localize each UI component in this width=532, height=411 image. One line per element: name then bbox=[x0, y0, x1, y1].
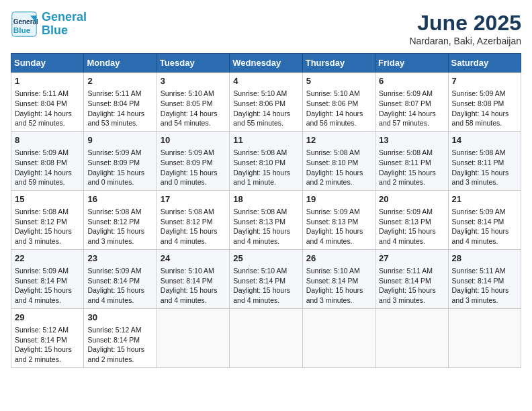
day-number: 23 bbox=[87, 253, 152, 265]
day-cell bbox=[230, 308, 302, 367]
day-number: 20 bbox=[379, 193, 444, 205]
week-row-2: 8Sunrise: 5:09 AMSunset: 8:08 PMDaylight… bbox=[11, 131, 521, 190]
week-row-3: 15Sunrise: 5:08 AMSunset: 8:12 PMDayligh… bbox=[11, 190, 521, 249]
day-cell: 4Sunrise: 5:10 AMSunset: 8:06 PMDaylight… bbox=[230, 73, 302, 132]
page-header: General Blue General Blue June 2025 Nard… bbox=[11, 11, 521, 46]
day-number: 9 bbox=[87, 134, 152, 146]
week-row-4: 22Sunrise: 5:09 AMSunset: 8:14 PMDayligh… bbox=[11, 249, 521, 308]
day-cell bbox=[375, 308, 448, 367]
weekday-header-saturday: Saturday bbox=[448, 54, 521, 73]
day-number: 18 bbox=[233, 193, 298, 205]
day-info: Sunrise: 5:08 AMSunset: 8:11 PMDaylight:… bbox=[452, 148, 517, 187]
day-cell: 27Sunrise: 5:11 AMSunset: 8:14 PMDayligh… bbox=[375, 249, 448, 308]
location: Nardaran, Baki, Azerbaijan bbox=[409, 36, 521, 46]
weekday-header-monday: Monday bbox=[84, 54, 157, 73]
day-number: 17 bbox=[161, 193, 226, 205]
day-cell bbox=[302, 308, 375, 367]
day-number: 4 bbox=[233, 75, 298, 87]
day-cell: 30Sunrise: 5:12 AMSunset: 8:14 PMDayligh… bbox=[84, 308, 157, 367]
day-info: Sunrise: 5:10 AMSunset: 8:06 PMDaylight:… bbox=[233, 89, 298, 128]
logo-text: General Blue bbox=[42, 11, 87, 38]
day-info: Sunrise: 5:09 AMSunset: 8:14 PMDaylight:… bbox=[87, 266, 152, 306]
day-info: Sunrise: 5:08 AMSunset: 8:11 PMDaylight:… bbox=[379, 148, 444, 187]
day-info: Sunrise: 5:08 AMSunset: 8:13 PMDaylight:… bbox=[233, 207, 298, 246]
day-cell: 18Sunrise: 5:08 AMSunset: 8:13 PMDayligh… bbox=[230, 190, 302, 249]
day-info: Sunrise: 5:08 AMSunset: 8:12 PMDaylight:… bbox=[15, 207, 80, 246]
day-cell: 28Sunrise: 5:11 AMSunset: 8:14 PMDayligh… bbox=[448, 249, 521, 308]
day-number: 21 bbox=[452, 193, 517, 205]
day-number: 5 bbox=[306, 75, 371, 87]
day-info: Sunrise: 5:09 AMSunset: 8:14 PMDaylight:… bbox=[452, 207, 517, 246]
day-info: Sunrise: 5:09 AMSunset: 8:09 PMDaylight:… bbox=[161, 148, 226, 187]
day-number: 25 bbox=[233, 253, 298, 265]
day-info: Sunrise: 5:10 AMSunset: 8:14 PMDaylight:… bbox=[306, 266, 371, 306]
day-cell bbox=[448, 308, 521, 367]
day-number: 7 bbox=[452, 75, 517, 87]
day-number: 22 bbox=[15, 253, 80, 265]
day-number: 28 bbox=[452, 253, 517, 265]
day-info: Sunrise: 5:11 AMSunset: 8:04 PMDaylight:… bbox=[15, 89, 80, 128]
svg-text:Blue: Blue bbox=[13, 26, 31, 35]
month-title: June 2025 bbox=[409, 11, 521, 36]
day-cell: 22Sunrise: 5:09 AMSunset: 8:14 PMDayligh… bbox=[11, 249, 84, 308]
day-number: 19 bbox=[306, 193, 371, 205]
day-info: Sunrise: 5:09 AMSunset: 8:07 PMDaylight:… bbox=[379, 89, 444, 128]
weekday-header-row: SundayMondayTuesdayWednesdayThursdayFrid… bbox=[11, 54, 521, 73]
day-cell: 20Sunrise: 5:09 AMSunset: 8:13 PMDayligh… bbox=[375, 190, 448, 249]
day-number: 3 bbox=[161, 75, 226, 87]
day-info: Sunrise: 5:10 AMSunset: 8:14 PMDaylight:… bbox=[233, 266, 298, 306]
day-info: Sunrise: 5:08 AMSunset: 8:12 PMDaylight:… bbox=[87, 207, 152, 246]
day-number: 16 bbox=[87, 193, 152, 205]
day-number: 24 bbox=[161, 253, 226, 265]
day-info: Sunrise: 5:08 AMSunset: 8:10 PMDaylight:… bbox=[233, 148, 298, 187]
day-cell: 7Sunrise: 5:09 AMSunset: 8:08 PMDaylight… bbox=[448, 73, 521, 132]
day-cell: 16Sunrise: 5:08 AMSunset: 8:12 PMDayligh… bbox=[84, 190, 157, 249]
day-cell: 8Sunrise: 5:09 AMSunset: 8:08 PMDaylight… bbox=[11, 131, 84, 190]
day-info: Sunrise: 5:09 AMSunset: 8:08 PMDaylight:… bbox=[452, 89, 517, 128]
day-info: Sunrise: 5:10 AMSunset: 8:06 PMDaylight:… bbox=[306, 89, 371, 128]
day-number: 11 bbox=[233, 134, 298, 146]
day-cell: 13Sunrise: 5:08 AMSunset: 8:11 PMDayligh… bbox=[375, 131, 448, 190]
day-number: 30 bbox=[87, 312, 152, 324]
day-info: Sunrise: 5:08 AMSunset: 8:10 PMDaylight:… bbox=[306, 148, 371, 187]
day-cell: 19Sunrise: 5:09 AMSunset: 8:13 PMDayligh… bbox=[302, 190, 375, 249]
day-info: Sunrise: 5:11 AMSunset: 8:14 PMDaylight:… bbox=[452, 266, 517, 306]
day-cell: 5Sunrise: 5:10 AMSunset: 8:06 PMDaylight… bbox=[302, 73, 375, 132]
day-number: 26 bbox=[306, 253, 371, 265]
day-cell: 21Sunrise: 5:09 AMSunset: 8:14 PMDayligh… bbox=[448, 190, 521, 249]
weekday-header-thursday: Thursday bbox=[302, 54, 375, 73]
logo-icon: General Blue bbox=[11, 11, 38, 38]
day-number: 12 bbox=[306, 134, 371, 146]
day-cell: 1Sunrise: 5:11 AMSunset: 8:04 PMDaylight… bbox=[11, 73, 84, 132]
day-cell: 17Sunrise: 5:08 AMSunset: 8:12 PMDayligh… bbox=[157, 190, 229, 249]
day-info: Sunrise: 5:11 AMSunset: 8:04 PMDaylight:… bbox=[87, 89, 152, 128]
day-info: Sunrise: 5:09 AMSunset: 8:13 PMDaylight:… bbox=[379, 207, 444, 246]
weekday-header-tuesday: Tuesday bbox=[157, 54, 229, 73]
day-info: Sunrise: 5:10 AMSunset: 8:05 PMDaylight:… bbox=[161, 89, 226, 128]
day-number: 6 bbox=[379, 75, 444, 87]
day-number: 8 bbox=[15, 134, 80, 146]
day-info: Sunrise: 5:12 AMSunset: 8:14 PMDaylight:… bbox=[87, 325, 152, 365]
logo: General Blue General Blue bbox=[11, 11, 87, 38]
day-number: 15 bbox=[15, 193, 80, 205]
day-cell: 10Sunrise: 5:09 AMSunset: 8:09 PMDayligh… bbox=[157, 131, 229, 190]
day-number: 14 bbox=[452, 134, 517, 146]
day-cell: 26Sunrise: 5:10 AMSunset: 8:14 PMDayligh… bbox=[302, 249, 375, 308]
day-number: 13 bbox=[379, 134, 444, 146]
day-cell bbox=[157, 308, 229, 367]
day-cell: 15Sunrise: 5:08 AMSunset: 8:12 PMDayligh… bbox=[11, 190, 84, 249]
day-cell: 29Sunrise: 5:12 AMSunset: 8:14 PMDayligh… bbox=[11, 308, 84, 367]
weekday-header-friday: Friday bbox=[375, 54, 448, 73]
day-info: Sunrise: 5:08 AMSunset: 8:12 PMDaylight:… bbox=[161, 207, 226, 246]
day-info: Sunrise: 5:09 AMSunset: 8:09 PMDaylight:… bbox=[87, 148, 152, 187]
day-cell: 23Sunrise: 5:09 AMSunset: 8:14 PMDayligh… bbox=[84, 249, 157, 308]
day-number: 1 bbox=[15, 75, 80, 87]
title-block: June 2025 Nardaran, Baki, Azerbaijan bbox=[409, 11, 521, 46]
day-info: Sunrise: 5:11 AMSunset: 8:14 PMDaylight:… bbox=[379, 266, 444, 306]
day-cell: 2Sunrise: 5:11 AMSunset: 8:04 PMDaylight… bbox=[84, 73, 157, 132]
day-cell: 9Sunrise: 5:09 AMSunset: 8:09 PMDaylight… bbox=[84, 131, 157, 190]
day-number: 29 bbox=[15, 312, 80, 324]
day-cell: 14Sunrise: 5:08 AMSunset: 8:11 PMDayligh… bbox=[448, 131, 521, 190]
weekday-header-sunday: Sunday bbox=[11, 54, 84, 73]
week-row-5: 29Sunrise: 5:12 AMSunset: 8:14 PMDayligh… bbox=[11, 308, 521, 367]
